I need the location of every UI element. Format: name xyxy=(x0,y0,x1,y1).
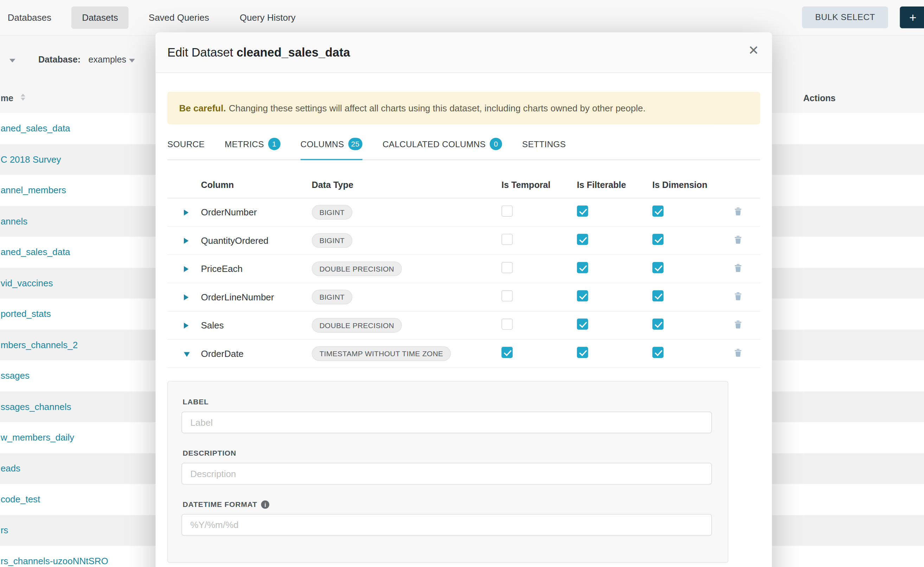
column-name: OrderLineNumber xyxy=(201,292,274,302)
tab-badge: 0 xyxy=(490,138,502,150)
modal-tabs: SOURCEMETRICS1COLUMNS25CALCULATED COLUMN… xyxy=(167,132,760,160)
column-row: Sales DOUBLE PRECISION xyxy=(167,312,760,340)
is-dimension-checkbox[interactable] xyxy=(652,262,664,273)
delete-column-icon[interactable] xyxy=(734,235,743,244)
is-dimension-checkbox[interactable] xyxy=(652,206,664,217)
nav-item-datasets[interactable]: Datasets xyxy=(71,6,129,29)
expand-caret-icon[interactable] xyxy=(184,294,188,300)
edit-dataset-modal: Edit Dataset cleaned_sales_data ✕ Be car… xyxy=(155,32,772,567)
dataset-link[interactable]: C 2018 Survey xyxy=(0,154,61,165)
tab-metrics[interactable]: METRICS1 xyxy=(225,132,281,160)
data-type-pill: DOUBLE PRECISION xyxy=(312,318,402,333)
dataset-link[interactable]: ssages xyxy=(0,370,30,381)
is-dimension-checkbox[interactable] xyxy=(652,347,664,358)
dataset-link[interactable]: code_test xyxy=(0,494,40,505)
filter-caret-icon[interactable] xyxy=(9,59,15,63)
editor-field: LABEL xyxy=(181,398,712,434)
database-filter-label: Database: xyxy=(38,54,81,64)
dataset-link[interactable]: aned_sales_data xyxy=(0,247,70,258)
column-row: OrderLineNumber BIGINT xyxy=(167,284,760,312)
info-icon[interactable] xyxy=(261,501,269,508)
bulk-select-button[interactable]: BULK SELECT xyxy=(802,6,888,28)
expand-caret-icon[interactable] xyxy=(184,209,188,215)
dataset-link[interactable]: annel_members xyxy=(0,185,66,196)
tab-calculated-columns[interactable]: CALCULATED COLUMNS0 xyxy=(382,132,502,160)
is-temporal-checkbox[interactable] xyxy=(501,291,513,302)
dataset-link[interactable]: vid_vaccines xyxy=(0,278,53,288)
nav-item-saved-queries[interactable]: Saved Queries xyxy=(138,6,220,29)
data-type-pill: TIMESTAMP WITHOUT TIME ZONE xyxy=(312,346,451,361)
tab-label: METRICS xyxy=(225,140,264,149)
delete-column-icon[interactable] xyxy=(734,207,743,216)
delete-column-icon[interactable] xyxy=(734,263,743,273)
dataset-link[interactable]: annels xyxy=(0,216,27,226)
tab-badge: 25 xyxy=(348,138,363,150)
tab-columns[interactable]: COLUMNS25 xyxy=(301,132,363,160)
is-filterable-checkbox[interactable] xyxy=(577,319,588,330)
header-actions-spacer xyxy=(734,190,760,198)
nav-items: DatabasesDatasetsSaved QueriesQuery Hist… xyxy=(0,6,306,29)
tab-source[interactable]: SOURCE xyxy=(167,132,205,160)
modal-title: Edit Dataset cleaned_sales_data xyxy=(167,45,350,59)
dataset-link[interactable]: w_members_daily xyxy=(0,432,74,443)
dataset-link[interactable]: aned_sales_data xyxy=(0,123,70,134)
is-temporal-checkbox[interactable] xyxy=(501,319,513,330)
column-name: OrderNumber xyxy=(201,207,257,217)
is-filterable-checkbox[interactable] xyxy=(577,347,588,358)
delete-column-icon[interactable] xyxy=(734,348,743,357)
modal-title-dataset: cleaned_sales_data xyxy=(236,45,350,59)
column-name: Sales xyxy=(201,320,224,330)
is-dimension-checkbox[interactable] xyxy=(652,291,664,302)
dataset-link[interactable]: mbers_channels_2 xyxy=(0,340,78,350)
tab-settings[interactable]: SETTINGS xyxy=(522,132,566,160)
warning-bold: Be careful. xyxy=(179,103,226,113)
header-data-type: Data Type xyxy=(312,180,502,198)
expand-caret-icon[interactable] xyxy=(184,238,188,244)
dataset-link[interactable]: eads xyxy=(0,464,20,474)
add-dataset-button[interactable]: + xyxy=(900,6,924,28)
field-label-row: DESCRIPTION xyxy=(183,449,712,458)
dataset-link[interactable]: ported_stats xyxy=(0,309,51,320)
actions-column-header: Actions xyxy=(803,93,835,103)
tab-label: CALCULATED COLUMNS xyxy=(382,140,486,149)
field-input[interactable] xyxy=(181,412,712,434)
expand-caret-icon[interactable] xyxy=(184,322,188,328)
dataset-link[interactable]: rs xyxy=(0,525,8,536)
column-editor-panel: LABEL DESCRIPTION DATETIME FORMAT xyxy=(167,381,728,563)
editor-field: DATETIME FORMAT xyxy=(181,501,712,536)
editor-field: DESCRIPTION xyxy=(181,449,712,485)
column-name: OrderDate xyxy=(201,348,244,358)
name-column-header[interactable]: me xyxy=(1,93,14,103)
header-is-dimension: Is Dimension xyxy=(652,180,733,198)
header-spacer xyxy=(167,190,201,198)
expand-caret-icon[interactable] xyxy=(184,266,188,272)
is-temporal-checkbox[interactable] xyxy=(501,347,513,358)
is-temporal-checkbox[interactable] xyxy=(501,206,513,217)
field-label: DATETIME FORMAT xyxy=(183,501,257,508)
is-temporal-checkbox[interactable] xyxy=(501,234,513,245)
is-dimension-checkbox[interactable] xyxy=(652,319,664,330)
is-filterable-checkbox[interactable] xyxy=(577,291,588,302)
data-type-pill: BIGINT xyxy=(312,205,352,220)
is-dimension-checkbox[interactable] xyxy=(652,234,664,245)
nav-item-databases[interactable]: Databases xyxy=(0,6,62,29)
is-filterable-checkbox[interactable] xyxy=(577,262,588,273)
dataset-link[interactable]: ssages_channels xyxy=(0,402,71,412)
field-input[interactable] xyxy=(181,463,712,485)
delete-column-icon[interactable] xyxy=(734,320,743,329)
nav-item-query-history[interactable]: Query History xyxy=(229,6,306,29)
is-temporal-checkbox[interactable] xyxy=(501,262,513,273)
close-icon[interactable]: ✕ xyxy=(748,44,759,57)
dataset-link[interactable]: rs_channels-uzooNNtSRO xyxy=(0,556,108,567)
delete-column-icon[interactable] xyxy=(734,291,743,301)
field-label: LABEL xyxy=(183,398,209,406)
sort-icon[interactable] xyxy=(21,93,25,100)
is-filterable-checkbox[interactable] xyxy=(577,234,588,245)
columns-table-body: OrderNumber BIGINT QuantityOrdered BIGIN… xyxy=(155,198,772,368)
expand-caret-icon[interactable] xyxy=(184,352,190,357)
field-input[interactable] xyxy=(181,514,712,536)
is-filterable-checkbox[interactable] xyxy=(577,206,588,217)
database-caret-icon[interactable] xyxy=(129,59,135,63)
database-filter-value[interactable]: examples xyxy=(88,54,126,64)
warning-text: Changing these settings will affect all … xyxy=(229,103,646,113)
